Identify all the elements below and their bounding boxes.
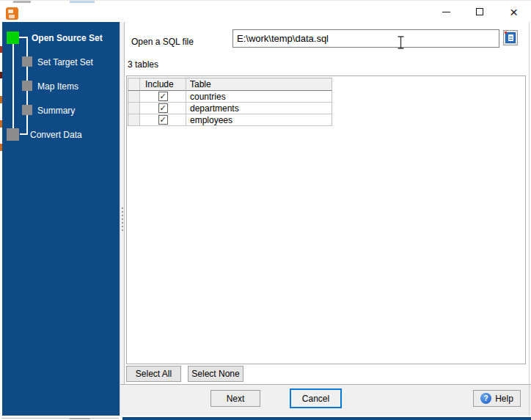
sidebar-step-set-target-set[interactable]: Set Target Set — [37, 57, 93, 67]
include-checkbox[interactable]: ✓ — [158, 103, 168, 113]
cancel-button[interactable]: Cancel — [290, 388, 342, 408]
table-name-cell[interactable]: employees — [186, 114, 332, 126]
select-all-button[interactable]: Select All — [126, 366, 181, 382]
tables-count-label: 3 tables — [128, 59, 158, 70]
table-name-cell[interactable]: countries — [186, 91, 332, 103]
table-row[interactable]: ✓ departments — [128, 103, 332, 114]
include-checkbox[interactable]: ✓ — [158, 115, 168, 125]
file-label: Open a SQL file — [131, 37, 194, 47]
wizard-steps-sidebar: Open Source Set Set Target Set Map Items… — [2, 22, 120, 416]
next-button[interactable]: Next — [210, 390, 260, 407]
grid-header-table[interactable]: Table — [186, 78, 332, 91]
step-indicator — [7, 128, 19, 141]
open-file-icon — [505, 32, 516, 43]
sidebar-step-summary[interactable]: Summary — [37, 106, 75, 116]
grid-header-row: Include Table — [128, 78, 332, 91]
background-window-artifact — [70, 1, 95, 3]
row-selector[interactable] — [128, 114, 140, 126]
convert-wizard-window: { "titlebar": { "close_glyph": "×" }, "s… — [0, 0, 531, 420]
grid-header-include[interactable]: Include — [140, 78, 186, 91]
sidebar-step-map-items[interactable]: Map Items — [37, 81, 78, 92]
include-cell[interactable]: ✓ — [140, 114, 186, 126]
background-window-artifact — [13, 1, 31, 3]
title-bar: × — [0, 0, 531, 22]
grid-selector-header — [128, 78, 140, 91]
table-name-cell[interactable]: departments — [186, 103, 332, 114]
text-cursor-icon — [397, 36, 405, 49]
sidebar-splitter[interactable] — [120, 22, 125, 416]
sidebar-step-open-source-set[interactable]: Open Source Set — [32, 33, 103, 43]
include-cell[interactable]: ✓ — [140, 103, 186, 114]
step-indicator — [22, 105, 32, 115]
include-checkbox[interactable]: ✓ — [158, 92, 168, 101]
include-cell[interactable]: ✓ — [140, 91, 186, 103]
step-indicator — [22, 81, 32, 91]
close-icon: × — [510, 5, 518, 19]
row-selector[interactable] — [128, 91, 140, 103]
background-window-artifact — [70, 418, 90, 419]
maximize-icon — [476, 8, 483, 15]
maximize-button[interactable] — [463, 1, 497, 23]
sql-file-path-input[interactable] — [232, 29, 499, 48]
row-selector[interactable] — [128, 103, 140, 114]
table-row[interactable]: ✓ countries — [128, 91, 332, 103]
select-none-button[interactable]: Select None — [188, 366, 243, 382]
background-window-strip — [122, 417, 531, 420]
window-right-border — [529, 22, 530, 416]
step-connector-line — [12, 44, 14, 128]
tables-list-container: Include Table ✓ countries ✓ departments … — [126, 75, 526, 364]
close-button[interactable]: × — [497, 1, 531, 23]
sidebar-step-convert-data[interactable]: Convert Data — [30, 130, 82, 140]
help-button[interactable]: ? Help — [473, 390, 521, 407]
help-icon: ? — [480, 393, 491, 404]
step-indicator — [22, 56, 32, 67]
tables-grid: Include Table ✓ countries ✓ departments … — [128, 78, 332, 126]
minimize-button[interactable] — [429, 1, 463, 23]
minimize-icon — [442, 12, 450, 12]
app-icon — [6, 7, 18, 20]
window-bottom-border — [1, 418, 119, 419]
step-indicator-active — [7, 32, 19, 44]
browse-file-button[interactable] — [503, 30, 518, 45]
table-row[interactable]: ✓ employees — [128, 114, 332, 126]
step-connector-line — [20, 133, 27, 135]
help-button-label: Help — [495, 394, 513, 404]
